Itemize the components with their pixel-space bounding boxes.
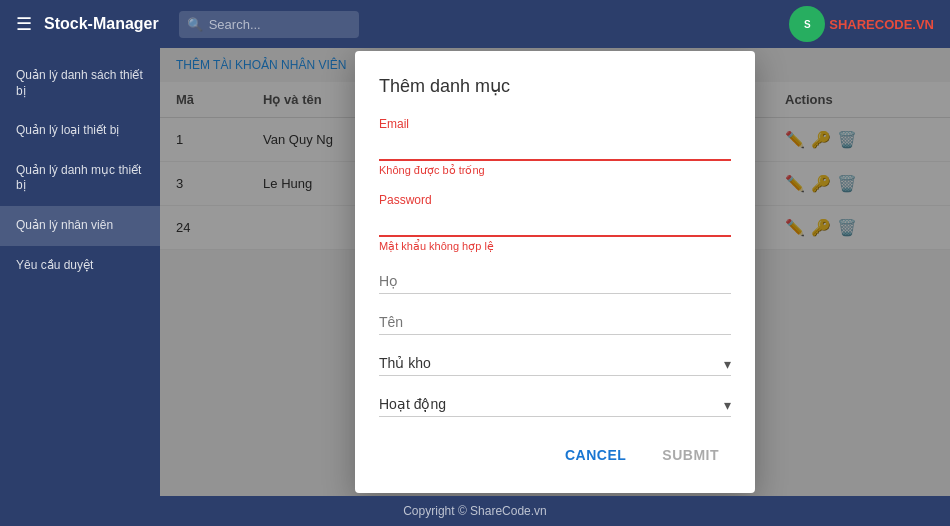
sidebar: Quản lý danh sách thiết bị Quản lý loại … bbox=[0, 48, 160, 496]
password-input[interactable] bbox=[379, 211, 731, 237]
sidebar-item-quan-ly-loai-thiet-bi[interactable]: Quản lý loại thiết bị bbox=[0, 111, 160, 151]
status-field: Hoạt động Không hoạt động ▾ bbox=[379, 392, 731, 417]
status-select-wrapper: Hoạt động Không hoạt động ▾ bbox=[379, 392, 731, 417]
role-select-wrapper: Thủ kho Nhân viên Quản lý ▾ bbox=[379, 351, 731, 376]
password-error: Mật khẩu không hợp lệ bbox=[379, 240, 731, 253]
logo: S SHARECODE.VN bbox=[789, 6, 934, 42]
modal-overlay: Thêm danh mục Email Không được bỏ trống … bbox=[160, 48, 950, 496]
status-select[interactable]: Hoạt động Không hoạt động bbox=[379, 392, 731, 417]
submit-button[interactable]: SUBMIT bbox=[650, 441, 731, 469]
dialog-title: Thêm danh mục bbox=[379, 75, 731, 97]
menu-icon[interactable]: ☰ bbox=[16, 13, 32, 35]
app-title: Stock-Manager bbox=[44, 15, 159, 33]
content-area: THÊM TÀI KHOẢN NHÂN VIÊN Mã Họ và tên Tr… bbox=[160, 48, 950, 496]
email-input[interactable] bbox=[379, 135, 731, 161]
password-label: Password bbox=[379, 193, 731, 207]
logo-text: SHARECODE.VN bbox=[829, 17, 934, 32]
search-icon: 🔍 bbox=[187, 17, 203, 32]
footer-text: Copyright © ShareCode.vn bbox=[403, 504, 547, 518]
sidebar-item-yeu-cau-duyet[interactable]: Yêu cầu duyệt bbox=[0, 246, 160, 286]
role-field: Thủ kho Nhân viên Quản lý ▾ bbox=[379, 351, 731, 376]
search-input[interactable] bbox=[179, 11, 359, 38]
sidebar-item-quan-ly-nhan-vien[interactable]: Quản lý nhân viên bbox=[0, 206, 160, 246]
sidebar-item-quan-ly-danh-muc-thiet-bi[interactable]: Quản lý danh mục thiết bị bbox=[0, 151, 160, 206]
email-field: Email Không được bỏ trống bbox=[379, 117, 731, 177]
role-select[interactable]: Thủ kho Nhân viên Quản lý bbox=[379, 351, 731, 376]
dialog: Thêm danh mục Email Không được bỏ trống … bbox=[355, 51, 755, 493]
logo-icon: S bbox=[789, 6, 825, 42]
dialog-actions: CANCEL SUBMIT bbox=[379, 441, 731, 469]
ho-input[interactable] bbox=[379, 269, 731, 294]
sidebar-item-quan-ly-danh-sach-thiet-bi[interactable]: Quản lý danh sách thiết bị bbox=[0, 56, 160, 111]
cancel-button[interactable]: CANCEL bbox=[553, 441, 638, 469]
email-error: Không được bỏ trống bbox=[379, 164, 731, 177]
ten-field bbox=[379, 310, 731, 335]
navbar: ☰ Stock-Manager 🔍 S SHARECODE.VN bbox=[0, 0, 950, 48]
ten-input[interactable] bbox=[379, 310, 731, 335]
footer: Copyright © ShareCode.vn bbox=[0, 496, 950, 526]
password-field: Password Mật khẩu không hợp lệ bbox=[379, 193, 731, 253]
main-layout: Quản lý danh sách thiết bị Quản lý loại … bbox=[0, 48, 950, 496]
ho-field bbox=[379, 269, 731, 294]
email-label: Email bbox=[379, 117, 731, 131]
search-wrapper: 🔍 bbox=[179, 11, 359, 38]
